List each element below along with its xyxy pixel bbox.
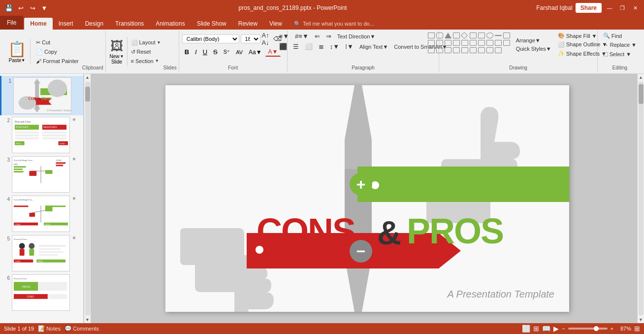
quick-styles-button[interactable]: Quick Styles▼ [514, 45, 554, 53]
shape-17[interactable] [470, 47, 477, 53]
layout-button[interactable]: ⬜ Layout ▼ [129, 38, 163, 47]
shape-12[interactable] [428, 47, 435, 53]
canvas-scroll-down-button[interactable]: ▼ [638, 316, 644, 323]
shape-line[interactable] [495, 35, 502, 36]
slideshow-button[interactable]: ▶ [553, 325, 559, 333]
align-text-button[interactable]: Align Text▼ [357, 43, 390, 51]
numbering-button[interactable]: #≡▼ [292, 32, 311, 41]
normal-view-button[interactable]: ⬜ [522, 325, 530, 333]
tab-design[interactable]: Design [79, 18, 109, 30]
tab-file[interactable]: File [0, 16, 23, 30]
shadow-button[interactable]: S⁺ [221, 48, 232, 56]
tab-insert[interactable]: Insert [53, 18, 79, 30]
shape-7[interactable] [470, 40, 477, 46]
tab-transitions[interactable]: Transitions [109, 18, 150, 30]
font-family-select[interactable]: Calibri (Body) [182, 34, 239, 43]
canvas-scroll-thumb[interactable] [639, 84, 644, 104]
shape-5[interactable] [453, 40, 460, 46]
shape-8[interactable] [478, 40, 485, 46]
shape-pentagon[interactable] [470, 33, 477, 38]
new-slide-button[interactable]: 🖼 New ▼ Slide [108, 37, 128, 66]
shape-18[interactable] [478, 47, 485, 53]
shape-hexagon[interactable] [478, 33, 485, 38]
shape-14[interactable] [445, 47, 451, 53]
redo-button[interactable]: ↪ [28, 3, 37, 13]
bold-button[interactable]: B [182, 47, 192, 57]
format-painter-button[interactable]: 🖌 Format Painter [33, 57, 81, 65]
find-button[interactable]: 🔍 Find [601, 32, 639, 40]
minimize-button[interactable]: — [605, 3, 614, 13]
shape-oval[interactable] [486, 33, 493, 38]
shape-3[interactable] [436, 40, 443, 46]
customize-qat-button[interactable]: ▼ [39, 3, 49, 13]
select-button[interactable]: ⬚ Select ▼ [601, 50, 639, 58]
arrange-button[interactable]: Arrange▼ [514, 36, 554, 44]
tab-animations[interactable]: Animations [150, 18, 191, 30]
zoom-slider[interactable] [568, 328, 608, 330]
shape-triangle[interactable] [445, 33, 451, 38]
shape-2[interactable] [428, 40, 435, 46]
decrease-indent-button[interactable]: ⇐ [312, 32, 322, 41]
shape-rounded-rect[interactable] [436, 33, 443, 38]
bullets-button[interactable]: ≡▼ [277, 32, 291, 41]
shape-6[interactable] [461, 40, 468, 46]
tab-home[interactable]: Home [24, 18, 52, 30]
character-spacing-button[interactable]: AV [233, 48, 245, 56]
tab-review[interactable]: Review [232, 18, 263, 30]
canvas-scroll-up-button[interactable]: ▲ [638, 74, 644, 81]
shape-20[interactable] [495, 47, 502, 53]
cut-button[interactable]: ✂ Cut [33, 38, 81, 47]
slide-item-3[interactable]: 3 Pros Did Weigh Cons... PROS [0, 155, 83, 194]
shape-13[interactable] [436, 47, 443, 53]
change-case-button[interactable]: Aa▼ [246, 48, 264, 57]
scroll-up-button[interactable]: ▲ [84, 74, 91, 81]
font-size-select[interactable]: 18 [241, 34, 260, 43]
section-button[interactable]: ≡ Section ▼ [129, 57, 163, 65]
slide-item-6[interactable]: 6 Pros and Cons... PROS CONS [0, 273, 83, 312]
slide-item-1[interactable]: 1 [0, 76, 83, 115]
share-button[interactable]: Share [576, 3, 602, 13]
shape-16[interactable] [461, 47, 468, 53]
center-align-button[interactable]: ☰ [290, 42, 301, 51]
save-button[interactable]: 💾 [4, 3, 14, 13]
paste-button[interactable]: 📋 Paste▼ [4, 39, 31, 65]
shape-9[interactable] [486, 40, 493, 46]
shape-11[interactable] [503, 40, 510, 46]
line-spacing-button[interactable]: ↕▼ [327, 42, 342, 51]
restore-button[interactable]: ❐ [617, 3, 627, 13]
close-button[interactable]: ✕ [630, 3, 640, 13]
shape-10[interactable] [495, 40, 502, 46]
replace-button[interactable]: ↔ Replace ▼ [601, 41, 639, 49]
shape-arrow[interactable] [503, 33, 510, 38]
reading-view-button[interactable]: 📖 [542, 325, 550, 333]
copy-button[interactable]: 📄 Copy [33, 48, 81, 56]
fit-slide-button[interactable]: ⊞ [634, 325, 640, 333]
zoom-in-button[interactable]: + [611, 326, 613, 332]
notes-button[interactable]: 📝 Notes [38, 325, 61, 332]
zoom-out-button[interactable]: − [562, 326, 565, 332]
slide-item-5[interactable]: 5 Pros and Cons... [0, 234, 83, 273]
increase-font-button[interactable]: A↑ [261, 32, 270, 39]
shape-4[interactable] [445, 40, 451, 46]
text-direction-button[interactable]: Text Direction▼ [335, 33, 378, 40]
underline-button[interactable]: U [200, 47, 210, 57]
strikethrough-button[interactable]: S [211, 47, 220, 57]
scroll-down-button[interactable]: ▼ [84, 316, 91, 323]
tab-view[interactable]: View [263, 18, 288, 30]
reset-button[interactable]: ↺ Reset [129, 48, 163, 56]
zoom-thumb[interactable] [594, 326, 599, 331]
slide-item-2[interactable]: 2 Pros and Cons POSITIVES NEGATIVES [0, 115, 83, 155]
comments-button[interactable]: 💬 Comments [64, 325, 99, 332]
decrease-font-button[interactable]: A↓ [261, 39, 270, 46]
scroll-thumb[interactable] [85, 87, 90, 101]
shape-diamond[interactable] [461, 32, 468, 39]
shape-rtriangle[interactable] [453, 33, 460, 38]
tab-slideshow[interactable]: Slide Show [191, 18, 232, 30]
shape-19[interactable] [486, 47, 493, 53]
tab-search[interactable]: 🔍 Tell me what you want to do... [288, 18, 380, 30]
justify-button[interactable]: ≣ [316, 42, 326, 51]
increase-indent-button[interactable]: ⇒ [323, 32, 334, 41]
columns-button[interactable]: ⁞▼ [343, 42, 356, 51]
undo-button[interactable]: ↩ [16, 3, 26, 13]
slide-sorter-button[interactable]: ⊞ [533, 325, 539, 333]
